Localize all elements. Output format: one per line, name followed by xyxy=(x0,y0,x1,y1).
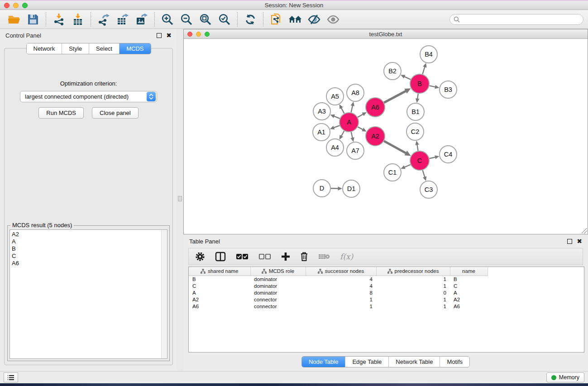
graph-edge-B-B4[interactable] xyxy=(422,63,426,74)
float-panel-icon[interactable] xyxy=(157,33,162,38)
table-cell[interactable]: dominator xyxy=(250,276,306,282)
zoom-network-button[interactable] xyxy=(205,32,210,37)
tab-network-table[interactable]: Network Table xyxy=(389,357,440,367)
table-cell[interactable]: B xyxy=(189,276,250,282)
table-cell[interactable]: 1 xyxy=(376,296,450,303)
tab-node-table[interactable]: Node Table xyxy=(302,357,346,367)
graph-node-C[interactable]: C xyxy=(410,151,429,170)
table-cell[interactable]: connector xyxy=(250,303,306,310)
hide-details-button[interactable] xyxy=(305,11,324,28)
column-header[interactable]: MCDS role xyxy=(250,267,306,276)
memory-button[interactable]: Memory xyxy=(546,372,584,382)
graph-node-A1[interactable]: A1 xyxy=(313,124,330,141)
tab-edge-table[interactable]: Edge Table xyxy=(345,357,389,367)
result-scrollbar[interactable] xyxy=(161,230,167,358)
table-row[interactable]: Adominator80A xyxy=(189,289,488,296)
network-from-file-button[interactable] xyxy=(267,11,286,28)
graph-node-D1[interactable]: D1 xyxy=(343,180,360,197)
graph-edge-A-A4[interactable] xyxy=(339,131,344,139)
network-canvas[interactable]: B4B2BB3A8A5A6B1A3AC2A1A2A4A7C4CC1C3DD1 xyxy=(184,39,588,234)
result-list-item[interactable]: A2 xyxy=(12,231,159,238)
export-image-button[interactable] xyxy=(132,11,151,28)
float-table-panel-icon[interactable] xyxy=(567,239,572,244)
tab-mcds[interactable]: MCDS xyxy=(120,43,150,54)
table-cell[interactable]: A2 xyxy=(450,296,488,303)
table-cell[interactable]: A xyxy=(189,289,250,296)
graph-node-B[interactable]: B xyxy=(410,74,429,93)
criterion-dropdown[interactable]: largest connected component (directed) xyxy=(20,91,157,102)
table-cell[interactable]: 1 xyxy=(376,282,450,289)
result-list-item[interactable]: C xyxy=(12,253,159,260)
table-cell[interactable]: A6 xyxy=(189,303,250,310)
graph-node-C4[interactable]: C4 xyxy=(440,146,457,163)
zoom-in-button[interactable] xyxy=(158,11,177,28)
graph-edge-B-B2[interactable] xyxy=(401,75,411,79)
save-session-button[interactable] xyxy=(24,11,43,28)
table-cell[interactable]: 1 xyxy=(306,303,376,310)
run-mcds-button[interactable]: Run MCDS xyxy=(38,107,84,119)
graph-node-A8[interactable]: A8 xyxy=(347,84,364,101)
home-button[interactable] xyxy=(286,11,305,28)
result-list-item[interactable]: A xyxy=(12,238,159,245)
split-view-button[interactable] xyxy=(215,252,226,262)
tab-style[interactable]: Style xyxy=(62,43,89,54)
tab-select[interactable]: Select xyxy=(89,43,120,54)
column-header[interactable]: shared name xyxy=(189,267,250,276)
table-cell[interactable]: B xyxy=(450,276,488,282)
graph-node-A4[interactable]: A4 xyxy=(326,139,344,156)
graph-node-B1[interactable]: B1 xyxy=(407,103,424,120)
graph-edge-A-A7[interactable] xyxy=(350,132,354,142)
resize-grip[interactable] xyxy=(582,228,587,234)
graph-edge-C-C1[interactable] xyxy=(401,165,410,169)
graph-edge-C-C2[interactable] xyxy=(415,141,419,151)
table-cell[interactable]: 8 xyxy=(306,289,376,296)
table-cell[interactable]: C xyxy=(189,282,250,289)
column-header[interactable]: successor nodes xyxy=(306,267,376,276)
import-network-button[interactable] xyxy=(49,11,68,28)
delete-column-button[interactable] xyxy=(300,252,308,262)
table-cell[interactable]: dominator xyxy=(250,289,306,296)
zoom-fit-button[interactable] xyxy=(196,11,215,28)
table-cell[interactable]: connector xyxy=(250,296,306,303)
refresh-button[interactable] xyxy=(241,11,260,28)
import-table-button[interactable] xyxy=(68,11,87,28)
add-column-button[interactable] xyxy=(281,252,290,261)
table-cell[interactable]: C xyxy=(450,282,488,289)
close-panel-button[interactable]: Close panel xyxy=(92,107,139,119)
show-panels-button[interactable] xyxy=(4,372,18,382)
graph-node-C3[interactable]: C3 xyxy=(420,181,437,198)
open-file-button[interactable] xyxy=(5,11,24,28)
graph-node-B4[interactable]: B4 xyxy=(420,46,437,63)
graph-node-A3[interactable]: A3 xyxy=(313,103,330,120)
result-list-item[interactable]: A6 xyxy=(12,260,159,267)
graph-edge-A-A1[interactable] xyxy=(330,125,339,129)
table-cell[interactable]: A xyxy=(450,289,488,296)
graph-node-B2[interactable]: B2 xyxy=(384,62,401,80)
column-header[interactable]: name xyxy=(450,267,488,276)
graph-edge-A-A5[interactable] xyxy=(339,105,344,114)
graph-node-A2[interactable]: A2 xyxy=(366,127,385,146)
graph-edge-B-B3[interactable] xyxy=(430,85,440,89)
close-table-panel-icon[interactable]: ✖ xyxy=(577,239,582,244)
table-cell[interactable]: 4 xyxy=(306,282,376,289)
graph-edge-A-A6[interactable] xyxy=(358,112,367,117)
zoom-selected-button[interactable] xyxy=(215,11,234,28)
table-cell[interactable]: 1 xyxy=(376,276,450,282)
graph-node-C2[interactable]: C2 xyxy=(406,123,424,140)
close-network-button[interactable] xyxy=(187,32,192,37)
split-divider-handle[interactable] xyxy=(178,196,182,201)
zoom-window-button[interactable] xyxy=(22,3,28,8)
show-details-button[interactable] xyxy=(324,11,343,28)
table-cell[interactable]: 4 xyxy=(306,276,376,282)
graph-node-C1[interactable]: C1 xyxy=(384,164,401,181)
function-builder-button[interactable]: f(x) xyxy=(340,252,353,261)
table-cell[interactable]: A6 xyxy=(450,303,488,310)
table-row[interactable]: A2connector11A2 xyxy=(189,296,488,303)
table-row[interactable]: Cdominator41C xyxy=(189,282,488,289)
graph-edge-B-B1[interactable] xyxy=(416,94,420,103)
graph-node-B3[interactable]: B3 xyxy=(440,81,457,98)
table-settings-button[interactable] xyxy=(195,252,205,262)
graph-node-A7[interactable]: A7 xyxy=(347,142,364,159)
table-cell[interactable]: 1 xyxy=(376,303,450,310)
table-cell[interactable]: dominator xyxy=(250,282,306,289)
